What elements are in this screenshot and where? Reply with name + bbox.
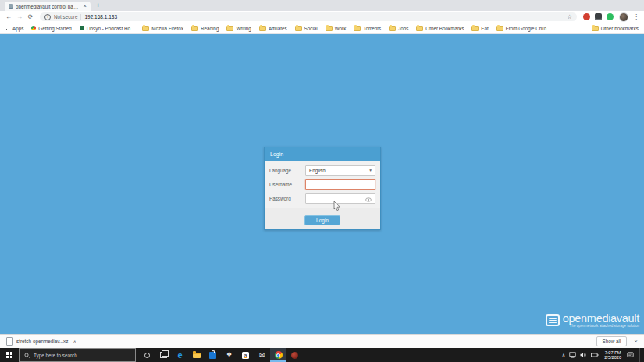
bookmarks-bar: Apps Getting Started Libsyn - Podcast Ho…: [0, 23, 644, 34]
task-view-button[interactable]: [155, 348, 172, 362]
bookmark-apps[interactable]: Apps: [5, 26, 23, 31]
forward-button[interactable]: →: [15, 11, 24, 23]
login-panel: Login Language English ▾ Username Passwo…: [264, 147, 381, 230]
show-all-downloads-button[interactable]: Show all: [596, 336, 628, 346]
edge-button[interactable]: e: [172, 348, 188, 362]
bookmark-folder-mozilla-firefox[interactable]: Mozilla Firefox: [142, 26, 183, 31]
bookmark-folder-affiliates[interactable]: Affiliates: [259, 26, 287, 31]
username-input[interactable]: [305, 179, 375, 190]
bookmark-folder-from-google-chrome[interactable]: From Google Chro...: [496, 26, 550, 31]
system-tray: ∧ 7:07 PM 2/5/2020: [562, 348, 644, 362]
bookmark-star-icon[interactable]: ☆: [567, 12, 572, 21]
language-row: Language English ▾: [269, 165, 375, 176]
chrome-icon: [275, 351, 283, 359]
red-app-button[interactable]: [286, 348, 303, 362]
folder-icon: [226, 26, 233, 31]
username-row: Username: [269, 179, 375, 190]
download-menu-chevron-icon[interactable]: ∧: [73, 339, 76, 344]
taskbar-clock[interactable]: 7:07 PM 2/5/2020: [604, 350, 621, 360]
red-app-icon: [291, 352, 298, 359]
language-value: English: [309, 168, 326, 173]
watermark-text: openmediavault The open network attached…: [563, 313, 639, 328]
search-icon: [24, 353, 30, 358]
download-bar: stretch-openmediav...xz ∧ Show all ×: [0, 334, 644, 348]
taskbar-search-input[interactable]: Type here to search: [19, 348, 136, 362]
amazon-button[interactable]: a: [237, 348, 254, 362]
hidden-icons-chevron-icon[interactable]: ∧: [562, 353, 565, 357]
clock-date: 2/5/2020: [604, 355, 621, 360]
omv-favicon-icon: [9, 4, 13, 9]
language-label: Language: [269, 168, 305, 173]
bookmark-label: Torrents: [363, 26, 381, 31]
show-password-eye-icon[interactable]: [365, 191, 372, 205]
bookmark-label: Libsyn - Podcast Ho...: [87, 26, 135, 31]
address-divider: [80, 14, 81, 20]
profile-avatar[interactable]: [619, 12, 628, 22]
address-bar[interactable]: i Not secure 192.168.1.133 ☆: [40, 12, 577, 21]
login-panel-title: Login: [265, 147, 380, 161]
network-icon[interactable]: [569, 352, 576, 358]
task-view-icon: [160, 352, 167, 358]
new-tab-button[interactable]: +: [96, 0, 100, 11]
security-label: Not secure: [54, 14, 77, 20]
edge-icon: e: [177, 351, 182, 360]
url-text: 192.168.1.133: [84, 14, 564, 20]
brand-name: openmediavault: [563, 313, 639, 325]
bookmark-getting-started[interactable]: Getting Started: [31, 26, 71, 31]
bookmark-folder-jobs[interactable]: Jobs: [389, 26, 408, 31]
tab-close-icon[interactable]: ×: [84, 3, 87, 9]
browser-tab[interactable]: openmediavault control panel - 192.168.1…: [5, 2, 91, 11]
browser-toolbar: ← → ⟳ i Not secure 192.168.1.133 ☆ ⋮: [0, 11, 644, 23]
extension-red-icon[interactable]: [583, 13, 590, 20]
password-row: Password: [269, 193, 375, 204]
cortana-button[interactable]: [139, 348, 155, 362]
other-bookmarks-button[interactable]: Other bookmarks: [592, 26, 639, 31]
folder-icon: [389, 26, 396, 31]
brand-tagline: The open network attached storage soluti…: [570, 325, 639, 328]
bookmark-label: Reading: [201, 26, 219, 31]
chevron-down-icon: ▾: [369, 168, 372, 172]
apps-grid-icon: [5, 26, 10, 30]
reload-button[interactable]: ⟳: [26, 11, 35, 23]
show-desktop-button[interactable]: [639, 348, 642, 362]
bookmark-folder-torrents[interactable]: Torrents: [354, 26, 381, 31]
download-item[interactable]: stretch-openmediav...xz ∧: [6, 335, 84, 348]
bookmark-label: Other Bookmarks: [425, 26, 464, 31]
bookmark-folder-social[interactable]: Social: [295, 26, 318, 31]
bookmark-libsyn[interactable]: Libsyn - Podcast Ho...: [80, 26, 135, 31]
file-explorer-button[interactable]: [188, 348, 205, 362]
bookmark-folder-work[interactable]: Work: [326, 26, 347, 31]
screen: openmediavault control panel - 192.168.1…: [0, 0, 644, 362]
microsoft-store-button[interactable]: [205, 348, 221, 362]
volume-icon[interactable]: [580, 352, 587, 358]
folder-icon: [142, 26, 149, 31]
tab-strip: openmediavault control panel - 192.168.1…: [0, 0, 644, 11]
language-select[interactable]: English ▾: [305, 165, 375, 176]
bookmark-folder-reading[interactable]: Reading: [191, 26, 219, 31]
download-bar-close-icon[interactable]: ×: [634, 338, 638, 345]
bookmark-folder-other-bookmarks[interactable]: Other Bookmarks: [416, 26, 464, 31]
bookmark-label: Eat: [481, 26, 488, 31]
extension-green-icon[interactable]: [607, 13, 614, 20]
folder-icon: [259, 26, 266, 31]
bookmark-folder-writing[interactable]: Writing: [226, 26, 251, 31]
extension-dark-icon[interactable]: [595, 13, 602, 20]
action-center-icon[interactable]: [627, 352, 634, 358]
folder-icon: [592, 26, 599, 31]
box-app-button[interactable]: ❖: [221, 348, 237, 362]
battery-icon[interactable]: [591, 353, 599, 357]
bookmark-label: Writing: [236, 26, 251, 31]
bookmark-label: Jobs: [398, 26, 408, 31]
site-info-icon[interactable]: i: [44, 14, 51, 20]
folder-icon: [471, 26, 479, 31]
store-bag-icon: [209, 352, 216, 359]
chrome-button[interactable]: [270, 348, 286, 362]
browser-menu-icon[interactable]: ⋮: [632, 13, 640, 20]
login-button[interactable]: Login: [304, 215, 340, 225]
search-placeholder: Type here to search: [34, 353, 77, 358]
mail-button[interactable]: ✉: [254, 348, 270, 362]
bookmark-folder-eat[interactable]: Eat: [471, 26, 488, 31]
mouse-cursor: [333, 201, 341, 211]
start-button[interactable]: [0, 348, 19, 362]
back-button[interactable]: ←: [4, 11, 13, 23]
